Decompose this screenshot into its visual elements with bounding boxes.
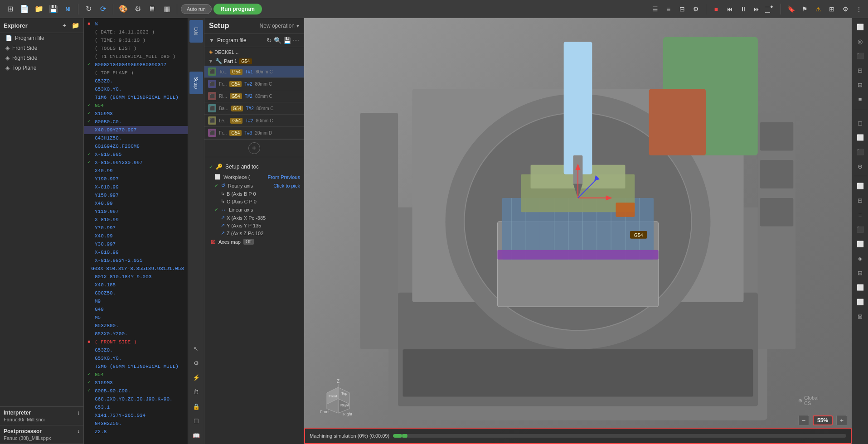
save-icon[interactable]: 💾: [47, 3, 60, 15]
parts-icon[interactable]: ⚙: [131, 3, 144, 15]
expand-icon[interactable]: ▼: [209, 37, 214, 43]
right-icon-13[interactable]: ⬛: [853, 222, 867, 236]
book-icon[interactable]: 📖: [189, 429, 203, 442]
save-prog-icon[interactable]: 💾: [283, 37, 291, 44]
remote-icon[interactable]: ⊞: [826, 4, 837, 14]
simulate-icon[interactable]: ⟳: [97, 3, 109, 15]
postprocessor-title: Postprocessor ↓: [4, 428, 80, 434]
right-icon-6[interactable]: ◻: [853, 116, 867, 130]
code-line-13: G43H1Z50.: [84, 134, 188, 142]
right-icon-7[interactable]: ⬜: [853, 130, 867, 144]
part-expand-icon[interactable]: ▼: [208, 58, 213, 64]
lock-icon[interactable]: 🔒: [189, 400, 203, 413]
right-icon-4[interactable]: ⊟: [853, 78, 867, 92]
op-list-item-5[interactable]: ⬛ Fr... G54 T#3 20mm D: [204, 127, 304, 139]
clock-icon[interactable]: ⏱: [189, 385, 203, 399]
explorer-add-icon[interactable]: +: [60, 21, 69, 30]
op-list-item-2[interactable]: ⬛ Ri... G54 T#2 80mm C: [204, 90, 304, 102]
lightning-icon[interactable]: ⚡: [189, 371, 203, 384]
svg-rect-36: [760, 122, 793, 151]
more-icon[interactable]: ⋮: [853, 4, 864, 14]
search-prog-icon[interactable]: 🔍: [274, 37, 281, 44]
explorer-folder-icon[interactable]: 📁: [71, 21, 80, 30]
folder-icon[interactable]: 📁: [33, 3, 45, 15]
menu-lines-icon[interactable]: ☰: [650, 4, 660, 14]
file-new-icon[interactable]: 📄: [18, 3, 31, 15]
columns-icon[interactable]: ⊟: [677, 4, 688, 14]
prev-icon[interactable]: ⏮: [724, 4, 735, 14]
right-icon-9[interactable]: ⊕: [853, 159, 867, 173]
checkbox-icon[interactable]: ☐: [189, 414, 203, 428]
rotary-pick-link[interactable]: Click to pick: [273, 183, 300, 188]
workpiece-link[interactable]: From Previous: [267, 174, 300, 180]
sep2: [113, 4, 113, 14]
svg-text:Z: Z: [337, 379, 339, 384]
refresh-prog-icon[interactable]: ↻: [267, 37, 272, 44]
calc-icon[interactable]: 🖩: [146, 3, 159, 15]
stop-icon[interactable]: ■: [711, 4, 722, 14]
rotary-axis-header: ✓ ↺ Rotary axis Click to pick: [204, 181, 304, 190]
settings2-icon[interactable]: ⚙: [189, 356, 203, 370]
workpiece-icon: ⬜: [214, 174, 221, 180]
more-prog-icon[interactable]: ⋯: [293, 37, 299, 44]
cursor-icon[interactable]: ↖: [189, 342, 203, 355]
right-icon-1[interactable]: ◎: [853, 34, 867, 48]
op-list-item-4[interactable]: ⬛ Le... G54 T#2 80mm C: [204, 115, 304, 127]
viewport[interactable]: G54 Z: [304, 18, 852, 444]
code-line-5: ( TOP PLANE ): [84, 69, 188, 77]
refresh-icon[interactable]: ↻: [82, 3, 95, 15]
table-icon[interactable]: ▦: [160, 3, 173, 15]
right-icon-10[interactable]: ⬜: [853, 179, 867, 193]
op-list-item-0[interactable]: ⬛ To... G54 T#1 80mm C: [204, 66, 304, 78]
grid-icon[interactable]: ⊞: [4, 3, 16, 15]
bottom-panel: Interpreter ↓ Fanuc30i_Mill.snci Postpro…: [0, 406, 83, 444]
explorer-item-frontside[interactable]: ◈ Front Side: [0, 43, 83, 53]
setup-tab-icon[interactable]: Setup: [189, 72, 203, 94]
right-icon-18[interactable]: ⬜: [853, 295, 867, 309]
prefs-icon[interactable]: ⚙: [840, 4, 851, 14]
explorer-item-topplane[interactable]: ◈ Top Plane: [0, 63, 83, 73]
right-icon-2[interactable]: ⬛: [853, 49, 867, 63]
right-icon-16[interactable]: ⊟: [853, 266, 867, 280]
interpreter-download-icon[interactable]: ↓: [77, 410, 80, 416]
ni-icon[interactable]: NI: [62, 3, 74, 15]
view-cube[interactable]: Z Top Front Right: [318, 379, 359, 421]
op-list-item-3[interactable]: ⬛ Ba... G54 T#2 80mm C: [204, 102, 304, 115]
right-icon-5[interactable]: ≡: [853, 92, 867, 106]
right-icon-17[interactable]: ⬜: [853, 280, 867, 294]
new-operation-dropdown[interactable]: New operation ▾: [260, 23, 299, 29]
right-icon-12[interactable]: ≡: [853, 208, 867, 222]
postprocessor-value: Fanuc (30i)_Mill.sppx: [4, 435, 80, 441]
right-icon-19[interactable]: ⊠: [853, 309, 867, 323]
list-icon[interactable]: ≡: [663, 4, 674, 14]
right-icon-3[interactable]: ⊞: [853, 63, 867, 77]
right-icon-0[interactable]: ⬜: [853, 20, 867, 34]
postprocessor-download-icon[interactable]: ↓: [77, 428, 80, 434]
code-line-44: ✓G00B-90.C90.: [84, 387, 188, 395]
right-icon-8[interactable]: ⬛: [853, 145, 867, 159]
zoom-minus-button[interactable]: −: [798, 415, 809, 426]
right-icon-14[interactable]: ⬜: [853, 237, 867, 251]
run-button[interactable]: Run program: [213, 4, 262, 14]
sep3: [177, 4, 177, 14]
add-op-button[interactable]: +: [248, 142, 260, 154]
explorer-item-programfile[interactable]: 📄 Program file: [0, 33, 83, 43]
settings-icon[interactable]: ⚙: [690, 4, 701, 14]
pause-icon[interactable]: ⏸: [738, 4, 749, 14]
bookmark-icon[interactable]: 🔖: [786, 4, 796, 14]
explorer-item-rightside[interactable]: ◈ Right Side: [0, 53, 83, 63]
code-line-28: X-810.983Y-2.035: [84, 256, 188, 265]
color-icon[interactable]: 🎨: [117, 3, 130, 15]
z-axis-row: ↗ Z (Axis Z Pc 102: [204, 229, 304, 237]
warning-icon[interactable]: ⚠: [813, 4, 824, 14]
flag-icon[interactable]: ⚑: [799, 4, 810, 14]
edit-tab-icon[interactable]: Edit: [189, 20, 203, 43]
op-list-item-1[interactable]: ⬛ Fr... G54 T#2 80mm C: [204, 78, 304, 90]
next-icon[interactable]: ⏭: [752, 4, 762, 14]
zoom-plus-button[interactable]: +: [836, 415, 847, 426]
right-icon-15[interactable]: ◈: [853, 251, 867, 265]
code-line-27: X-810.99: [84, 248, 188, 256]
right-icon-11[interactable]: ⊞: [853, 193, 867, 207]
zoom-level-display[interactable]: 55%: [813, 415, 833, 425]
autorun-button[interactable]: Auto run: [181, 4, 212, 14]
